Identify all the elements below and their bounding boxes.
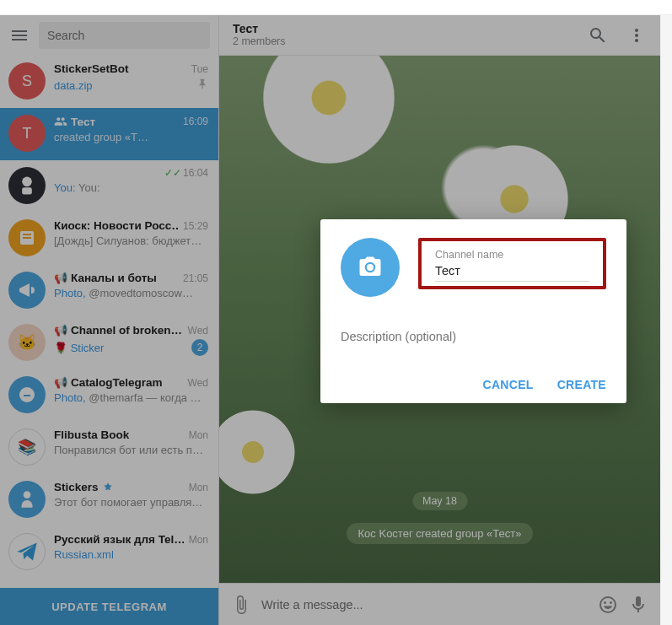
channel-name-highlight: Channel name	[418, 238, 606, 289]
camera-icon	[358, 255, 383, 280]
scrollbar-track[interactable]	[660, 15, 672, 625]
channel-name-input[interactable]	[435, 261, 589, 282]
channel-photo-button[interactable]	[341, 238, 400, 297]
channel-name-label: Channel name	[435, 249, 589, 261]
channel-description-input[interactable]	[341, 330, 606, 344]
cancel-button[interactable]: CANCEL	[483, 378, 534, 391]
create-button[interactable]: CREATE	[557, 378, 606, 391]
create-channel-dialog: Channel name CANCEL CREATE	[320, 219, 626, 403]
window-top-strip	[0, 0, 672, 15]
